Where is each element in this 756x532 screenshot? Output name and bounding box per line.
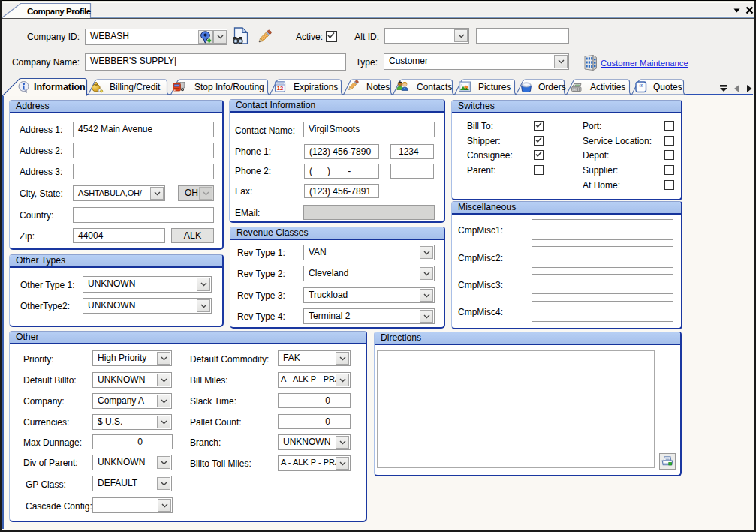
svg-text:Notes: Notes — [366, 82, 390, 92]
svg-text:Stop Info/Routing: Stop Info/Routing — [194, 82, 264, 92]
svg-text:Expirations: Expirations — [294, 82, 338, 92]
svg-text:Quotes: Quotes — [653, 82, 682, 92]
svg-text:Billing/Credit: Billing/Credit — [110, 82, 161, 92]
svg-text:Activities: Activities — [590, 82, 625, 92]
svg-text:Pictures: Pictures — [478, 82, 511, 92]
svg-text:Contacts: Contacts — [417, 82, 452, 92]
svg-text:Information: Information — [34, 82, 86, 92]
svg-text:Orders: Orders — [538, 82, 566, 92]
svg-text:“: “ — [639, 83, 643, 92]
svg-text:12: 12 — [277, 85, 283, 92]
